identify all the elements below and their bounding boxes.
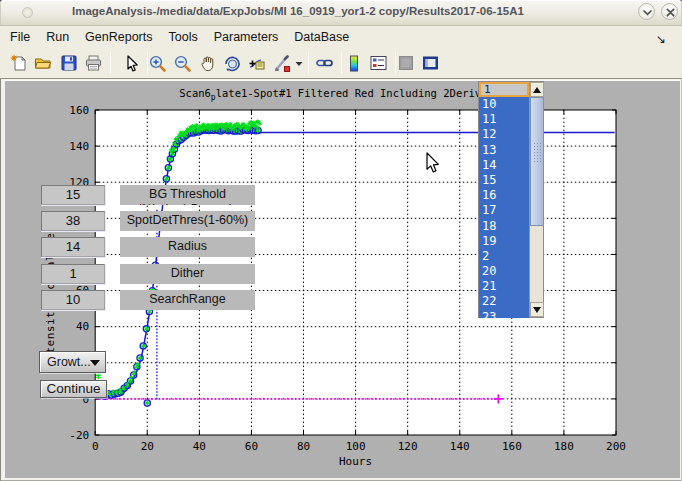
mouse-cursor-icon: [426, 152, 442, 174]
x-axis-label: Hours: [95, 455, 616, 468]
rollup-button[interactable]: [638, 3, 655, 20]
pan-hand-icon[interactable]: [197, 51, 218, 75]
insert-colorbar-icon[interactable]: [343, 51, 364, 75]
toolbar: [0, 48, 682, 79]
popup-item-11[interactable]: 11: [479, 112, 529, 127]
scrollbar-grip-dots: [533, 142, 542, 164]
up-arrow-icon: [533, 87, 541, 93]
application-window: ImageAnalysis-/media/data/ExpJobs/MI 16_…: [0, 0, 682, 481]
popup-item-13[interactable]: 13: [479, 143, 529, 158]
dropdown-arrow-icon: [90, 360, 100, 366]
rotate-3d-icon[interactable]: [222, 51, 243, 75]
brush-menu-arrow-icon[interactable]: [295, 51, 304, 75]
x-tick-label: 60: [245, 440, 258, 453]
y-tick-label: 40: [76, 320, 89, 333]
plot-tools-off-icon[interactable]: [395, 51, 416, 75]
spot-number-popup: 1 10111213141516171819220212223: [478, 81, 544, 318]
pointer-icon[interactable]: [120, 51, 141, 75]
popup-item-19[interactable]: 19: [479, 234, 529, 249]
menu-item-database[interactable]: DataBase: [286, 27, 357, 47]
data-cursor-icon[interactable]: [247, 51, 268, 75]
window-title: ImageAnalysis-/media/data/ExpJobs/MI 16_…: [48, 5, 548, 17]
param-edit-dither[interactable]: 1: [41, 264, 105, 284]
popup-item-22[interactable]: 22: [479, 294, 529, 309]
close-icon: [664, 6, 677, 19]
x-tick-label: 100: [346, 440, 366, 453]
popup-item-2[interactable]: 2: [479, 249, 529, 264]
zoom-out-icon[interactable]: [172, 51, 193, 75]
param-edit-bg-threshold[interactable]: 15: [41, 185, 105, 205]
brush-icon[interactable]: [272, 51, 293, 75]
popup-item-20[interactable]: 20: [479, 264, 529, 279]
menu-bar: FileRunGenReportsToolsParametersDataBase: [0, 26, 682, 48]
spot-number-combobox[interactable]: 1: [479, 82, 529, 97]
menu-item-parameters[interactable]: Parameters: [206, 27, 287, 47]
x-tick-label: 80: [297, 440, 310, 453]
x-tick-label: 120: [398, 440, 418, 453]
x-tick-label: 200: [606, 440, 626, 453]
param-label-searchrange: SearchRange: [120, 290, 255, 310]
toolbar-separator: [308, 52, 309, 74]
toolbar-separator: [341, 52, 342, 74]
menu-item-file[interactable]: File: [2, 27, 38, 47]
popup-scrollbar[interactable]: [529, 82, 543, 317]
menu-item-genreports[interactable]: GenReports: [77, 27, 160, 47]
toolbar-separator: [110, 52, 111, 74]
param-label-bg-threshold: BG Threshold(%below) Dynamic: [120, 185, 255, 205]
x-tick-label: 0: [92, 440, 99, 453]
spot-number-list: 10111213141516171819220212223: [479, 97, 529, 318]
x-tick-label: 180: [554, 440, 574, 453]
print-icon[interactable]: [83, 51, 104, 75]
menu-overflow-arrow-icon[interactable]: ↘: [656, 32, 666, 46]
popup-item-18[interactable]: 18: [479, 219, 529, 234]
y-tick-label: -20: [69, 429, 89, 442]
new-document-icon[interactable]: [8, 51, 29, 75]
x-tick-label: 40: [193, 440, 206, 453]
x-tick-label: 160: [502, 440, 522, 453]
continue-button[interactable]: Continue: [40, 380, 107, 398]
x-tick-label: 140: [450, 440, 470, 453]
param-label-dither: Dither: [120, 264, 255, 284]
scrollbar-down-button[interactable]: [530, 302, 544, 317]
param-edit-radius[interactable]: 14: [41, 237, 105, 257]
zoom-in-icon[interactable]: [147, 51, 168, 75]
menu-item-run[interactable]: Run: [38, 27, 77, 47]
scrollbar-up-button[interactable]: [530, 82, 544, 97]
popup-item-17[interactable]: 17: [479, 203, 529, 218]
title-bar: ImageAnalysis-/media/data/ExpJobs/MI 16_…: [0, 0, 682, 26]
popup-item-10[interactable]: 10: [479, 97, 529, 112]
popup-item-23[interactable]: 23: [479, 310, 529, 318]
link-plots-icon[interactable]: [314, 51, 335, 75]
param-edit-spotdetthres-1-60-[interactable]: 38: [41, 211, 105, 231]
param-edit-searchrange[interactable]: 10: [41, 290, 105, 310]
down-arrow-icon: [533, 307, 541, 313]
close-button[interactable]: [661, 3, 678, 20]
y-tick-label: 140: [69, 140, 89, 153]
y-tick-label: 160: [69, 104, 89, 117]
param-label-radius: Radius: [120, 237, 255, 257]
x-tick-label: 20: [141, 440, 154, 453]
popup-item-12[interactable]: 12: [479, 127, 529, 142]
popup-item-21[interactable]: 21: [479, 279, 529, 294]
insert-legend-icon[interactable]: [368, 51, 389, 75]
window-icon: [22, 7, 33, 18]
chevron-down-icon: [641, 6, 654, 19]
menu-item-tools[interactable]: Tools: [161, 27, 206, 47]
save-figure-icon[interactable]: [58, 51, 79, 75]
scrollbar-thumb[interactable]: [530, 97, 544, 226]
popup-item-16[interactable]: 16: [479, 188, 529, 203]
open-folder-icon[interactable]: [33, 51, 54, 75]
param-label-spotdetthres-1-60-: SpotDetThres(1-60%): [120, 211, 255, 231]
popup-item-14[interactable]: 14: [479, 158, 529, 173]
growth-model-dropdown[interactable]: Growt...: [39, 351, 106, 373]
popup-item-15[interactable]: 15: [479, 173, 529, 188]
growth-dropdown-label: Growt...: [47, 355, 91, 369]
plot-tools-on-icon[interactable]: [420, 51, 441, 75]
